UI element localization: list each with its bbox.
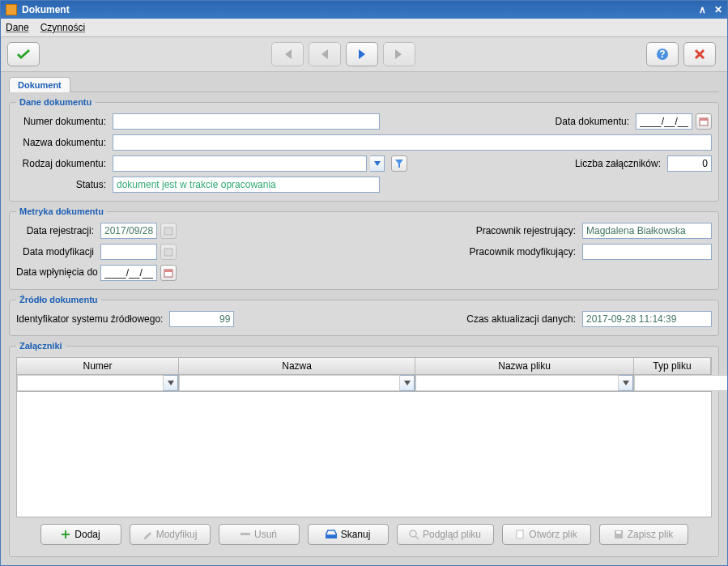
filter-numer[interactable] <box>17 375 164 391</box>
plus-icon <box>61 530 70 539</box>
label-data-arch: Data wpłynięcia do archiwum <box>16 267 97 278</box>
filter-nazwa-pliku-dd[interactable] <box>619 375 633 391</box>
toolbar: ? <box>1 37 727 72</box>
prev-button[interactable] <box>309 42 341 66</box>
calendar-mod <box>160 244 177 260</box>
label-data-dok: Data dokumentu: <box>556 116 632 127</box>
first-icon <box>282 49 293 60</box>
filter-nazwa-dd[interactable] <box>400 375 415 391</box>
data-arch-input[interactable] <box>100 265 157 281</box>
menubar: Dane Czynności <box>1 19 727 37</box>
label-prac-mod: Pracownik modyfikujący: <box>470 246 579 257</box>
filter-typ[interactable] <box>634 375 727 391</box>
label-status: Status: <box>16 179 109 190</box>
calendar-icon <box>164 268 173 278</box>
rodzaj-dropdown[interactable] <box>370 155 385 172</box>
fieldset-zrodlo: Źródło dokumentu Identyfikator systemu ź… <box>9 295 719 336</box>
svg-rect-9 <box>326 535 337 538</box>
last-button[interactable] <box>383 42 415 66</box>
help-button[interactable]: ? <box>646 42 679 66</box>
preview-icon <box>409 530 419 539</box>
label-data-mod: Data modyfikacji <box>16 246 97 257</box>
th-nazwa[interactable]: Nazwa <box>179 358 415 374</box>
usun-button[interactable]: Usuń <box>219 524 300 545</box>
dodaj-button[interactable]: Dodaj <box>40 524 121 545</box>
minimize-icon[interactable]: ∧ <box>699 4 706 15</box>
chevron-down-icon <box>623 381 629 385</box>
calendar-button-dok[interactable] <box>696 113 712 130</box>
modyfikuj-button[interactable]: Modyfikuj <box>130 524 211 545</box>
czas-field <box>582 311 712 327</box>
accept-button[interactable] <box>7 42 40 66</box>
prev-icon <box>320 49 330 60</box>
data-mod-field <box>100 244 157 260</box>
filter-icon <box>394 159 404 168</box>
chevron-down-icon <box>374 161 381 166</box>
next-button[interactable] <box>346 42 378 66</box>
th-nazwa-pliku[interactable]: Nazwa pliku <box>415 358 634 374</box>
svg-rect-4 <box>164 228 172 235</box>
last-icon <box>394 49 405 60</box>
nazwa-input[interactable] <box>113 134 712 151</box>
prac-rej-field <box>582 223 712 239</box>
legend-metryka: Metryka dokumentu <box>16 206 107 216</box>
th-numer[interactable]: Numer <box>17 358 179 374</box>
legend-zalaczniki: Załączniki <box>16 341 66 351</box>
skanuj-button[interactable]: Skanuj <box>308 524 389 545</box>
menu-dane[interactable]: Dane <box>6 22 29 33</box>
liczba-input[interactable] <box>667 155 712 172</box>
svg-rect-5 <box>164 249 172 256</box>
label-rodzaj: Rodzaj dokumentu: <box>16 158 109 169</box>
next-icon <box>357 49 367 60</box>
numer-input[interactable] <box>113 113 380 130</box>
scan-icon <box>326 530 337 539</box>
table-body[interactable] <box>17 392 711 517</box>
podglad-button[interactable]: Podgląd pliku <box>397 524 494 545</box>
th-typ[interactable]: Typ pliku <box>634 358 711 374</box>
chevron-down-icon <box>404 381 411 385</box>
chevron-down-icon <box>168 381 174 385</box>
window: Dokument ∧ ✕ Dane Czynności ? <box>0 0 728 566</box>
data-rej-field <box>100 223 157 239</box>
titlebar: Dokument ∧ ✕ <box>1 1 727 19</box>
svg-point-10 <box>410 530 416 537</box>
legend-zrodlo: Źródło dokumentu <box>16 295 101 304</box>
first-button[interactable] <box>271 42 304 66</box>
rodzaj-lookup[interactable] <box>391 155 407 172</box>
label-numer: Numer dokumentu: <box>16 116 109 127</box>
fieldset-metryka: Metryka dokumentu Data rejestracji: Prac… <box>9 206 719 290</box>
calendar-rej <box>160 223 177 239</box>
id-sys-field <box>169 311 234 327</box>
attachments-table: Numer Nazwa Nazwa pliku Typ pliku <box>16 357 712 517</box>
otworz-button[interactable]: Otwórz plik <box>502 524 591 545</box>
rodzaj-input[interactable] <box>113 155 367 172</box>
close-icon[interactable]: ✕ <box>714 4 722 15</box>
filter-numer-dd[interactable] <box>164 375 178 391</box>
cancel-button[interactable] <box>683 42 716 66</box>
calendar-icon <box>164 226 173 236</box>
tab-dokument[interactable]: Dokument <box>9 77 70 92</box>
label-id-sys: Identyfikator systemu źródłowego: <box>16 313 166 325</box>
label-czas: Czas aktualizacji danych: <box>466 313 579 325</box>
window-title: Dokument <box>22 4 70 15</box>
status-field <box>113 177 380 193</box>
calendar-icon <box>699 117 709 126</box>
minus-icon <box>241 533 250 536</box>
label-liczba: Liczba załączników: <box>575 158 664 169</box>
svg-line-11 <box>415 536 419 539</box>
app-icon <box>6 4 17 15</box>
label-prac-rej: Pracownik rejestrujący: <box>476 225 579 236</box>
zapisz-button[interactable]: Zapisz plik <box>599 524 688 545</box>
menu-czynnosci[interactable]: Czynności <box>40 22 85 33</box>
help-icon: ? <box>656 48 669 61</box>
filter-nazwa[interactable] <box>179 375 400 391</box>
check-icon <box>16 49 31 60</box>
edit-icon <box>143 530 152 539</box>
attachment-buttons: Dodaj Modyfikuj Usuń Skanuj Podgląd plik… <box>16 517 712 548</box>
fieldset-zalaczniki: Załączniki Numer Nazwa Nazwa pliku Typ p… <box>9 341 719 557</box>
filter-nazwa-pliku[interactable] <box>415 375 619 391</box>
data-dok-input[interactable] <box>636 113 692 130</box>
calendar-arch[interactable] <box>160 265 177 281</box>
save-icon <box>614 530 624 539</box>
prac-mod-field <box>582 244 712 260</box>
